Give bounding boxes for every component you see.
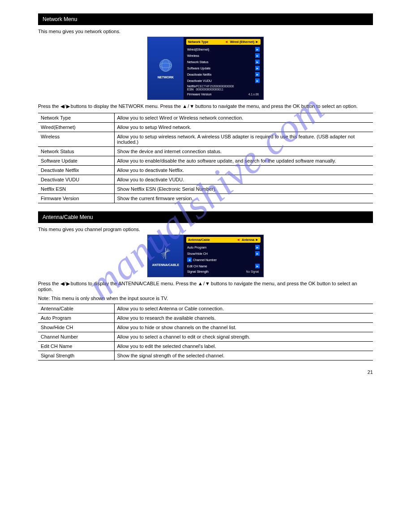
nav-arrow-icon[interactable]: ◄ <box>187 257 192 262</box>
menu-item[interactable]: Edit CH Name► <box>186 263 261 269</box>
table-row: Show/Hide CHAllow you to hide or show ch… <box>38 323 373 332</box>
intro-text: This menu gives you network options. <box>38 29 373 34</box>
antenna-icon <box>158 245 173 261</box>
menu-item[interactable]: Show/Hide CH► <box>186 250 261 257</box>
table-row: Signal StrengthShow the signal strength … <box>38 351 373 360</box>
nav-arrow-icon[interactable]: ► <box>255 251 260 256</box>
menu-item[interactable]: Wired(Ethernet)► <box>186 46 261 52</box>
option-description: Allow you to research the available chan… <box>114 313 373 323</box>
menu-item-value: 4.1.x.08 <box>248 93 259 96</box>
left-right-arrows-icon: ◀ / ▶ <box>60 281 69 286</box>
option-name: Auto Program <box>38 313 114 323</box>
menu-item-value: No Signal <box>246 270 259 273</box>
option-name: Netflix ESN <box>38 184 114 194</box>
nav-arrow-icon[interactable]: ► <box>255 53 260 58</box>
menu-title-value: Wired (Ethernet) <box>230 40 254 43</box>
left-arrow-icon[interactable]: ◄ <box>236 238 240 242</box>
menu-item[interactable]: Deactivate Netflix► <box>186 71 261 77</box>
menu-sidebar-label: NETWORK <box>158 76 174 79</box>
menu-sidebar-label: ANTENNA/CABLE <box>152 263 179 266</box>
table-row: WirelessAllow you to setup wireless netw… <box>38 132 373 147</box>
right-arrow-icon[interactable]: ► <box>255 238 259 242</box>
menu-item-value: PCECTHF152000000000000 00000000000000011 <box>196 85 259 91</box>
menu-item[interactable]: Auto Program► <box>186 244 261 250</box>
table-row: Edit CH NameAllow you to edit the select… <box>38 342 373 351</box>
nav-instructions: Press the ◀ / ▶ buttons to display the N… <box>38 103 373 109</box>
option-name: Software Update <box>38 156 114 166</box>
option-description: Show the signal strength of the selected… <box>114 351 373 360</box>
option-description: Allow you to enable/disable the auto sof… <box>114 156 373 166</box>
menu-sidebar: NETWORK <box>148 37 184 99</box>
option-description: Show the current firmware version. <box>114 194 373 203</box>
table-row: Antenna/CableAllow you to select Antenna… <box>38 304 373 313</box>
option-name: Edit CH Name <box>38 342 114 351</box>
nav-arrow-icon[interactable]: ► <box>255 60 260 64</box>
menu-item[interactable]: Software Update► <box>186 65 261 71</box>
section-header-network: Network Menu <box>38 13 373 25</box>
table-row: Firmware VersionShow the current firmwar… <box>38 194 373 203</box>
menu-item[interactable]: ◄Channel Number <box>186 257 261 263</box>
nav-instructions: Press the ◀ / ▶ buttons to display the A… <box>38 281 373 292</box>
option-description: Allow you to edit the selected channel's… <box>114 342 373 351</box>
table-row: Channel NumberAllow you to select a chan… <box>38 332 373 342</box>
left-right-arrows-icon: ◀ / ▶ <box>60 103 69 109</box>
table-row: Netflix ESNShow Netflix ESN (Electronic … <box>38 184 373 194</box>
table-row: Deactivate NetflixAllow you to deactivat… <box>38 166 373 175</box>
menu-item-label: Signal Strength <box>187 270 246 273</box>
option-name: Wireless <box>38 132 114 147</box>
option-description: Allow you to select a channel to edit or… <box>114 332 373 342</box>
up-down-arrows-icon: ▲ / ▼ <box>182 103 194 109</box>
option-description: Allow you to hide or show channels on th… <box>114 323 373 332</box>
option-name: Show/Hide CH <box>38 323 114 332</box>
menu-item[interactable]: Network Status► <box>186 59 261 65</box>
menu-item-label: Show/Hide CH <box>187 252 255 255</box>
option-name: Antenna/Cable <box>38 304 114 313</box>
nav-arrow-icon[interactable]: ► <box>255 245 260 249</box>
right-arrow-icon[interactable]: ► <box>255 40 259 44</box>
menu-item-label: Software Update <box>187 67 255 70</box>
table-row: Software UpdateAllow you to enable/disab… <box>38 156 373 166</box>
menu-item[interactable]: Deactivate VUDU► <box>186 77 261 84</box>
table-row: Deactivate VUDUAllow you to deactivate V… <box>38 175 373 184</box>
option-description: Allow you to setup wireless network. A w… <box>114 132 373 147</box>
menu-title-row[interactable]: Network Type ◄ Wired (Ethernet) ► <box>186 39 261 45</box>
menu-item-label: Netflix ESN <box>187 85 196 91</box>
menu-title-row[interactable]: Antenna/Cable ◄ Antenna ► <box>186 237 261 243</box>
globe-icon <box>158 58 173 73</box>
antenna-options-table: Antenna/CableAllow you to select Antenna… <box>38 304 373 360</box>
menu-item-label: Wireless <box>187 54 255 57</box>
antenna-menu-screenshot: ANTENNA/CABLE Antenna/Cable ◄ Antenna ► … <box>147 235 264 277</box>
option-name: Wired(Ethernet) <box>38 123 114 132</box>
network-options-table: Network TypeAllow you to select Wired or… <box>38 113 373 203</box>
menu-item-label: Network Status <box>187 60 255 64</box>
menu-title-label: Antenna/Cable <box>188 238 235 241</box>
menu-title-label: Network Type <box>188 40 224 43</box>
network-menu-screenshot: NETWORK Network Type ◄ Wired (Ethernet) … <box>147 37 264 100</box>
nav-arrow-icon[interactable]: ► <box>255 66 260 70</box>
left-arrow-icon[interactable]: ◄ <box>225 40 228 44</box>
table-row: Network StatusShow the device and intern… <box>38 147 373 156</box>
menu-item[interactable]: Wireless► <box>186 52 261 59</box>
menu-item-label: Edit CH Name <box>187 265 255 268</box>
nav-arrow-icon[interactable]: ► <box>255 264 260 268</box>
menu-item-label: Deactivate VUDU <box>187 79 255 82</box>
nav-arrow-icon[interactable]: ► <box>255 78 260 83</box>
option-description: Show Netflix ESN (Electronic Serial Numb… <box>114 184 373 194</box>
menu-item-label: Firmware Version <box>187 93 248 96</box>
option-name: Network Type <box>38 113 114 123</box>
option-description: Allow you to select Wired or Wireless ne… <box>114 113 373 123</box>
option-description: Show the device and internet connection … <box>114 147 373 156</box>
menu-item-label: Deactivate Netflix <box>187 73 255 76</box>
option-name: Signal Strength <box>38 351 114 360</box>
option-name: Firmware Version <box>38 194 114 203</box>
nav-arrow-icon[interactable]: ► <box>255 72 260 77</box>
nav-arrow-icon[interactable]: ► <box>255 47 260 51</box>
option-name: Deactivate Netflix <box>38 166 114 175</box>
option-description: Allow you to select Antenna or Cable con… <box>114 304 373 313</box>
option-description: Allow you to deactivate Netflix. <box>114 166 373 175</box>
menu-item[interactable]: Netflix ESNPCECTHF152000000000000 000000… <box>186 84 261 92</box>
menu-item[interactable]: Signal StrengthNo Signal <box>186 269 261 274</box>
menu-item[interactable]: Firmware Version4.1.x.08 <box>186 92 261 97</box>
menu-sidebar: ANTENNA/CABLE <box>148 235 184 277</box>
menu-content: Antenna/Cable ◄ Antenna ► Auto Program►S… <box>184 235 263 277</box>
